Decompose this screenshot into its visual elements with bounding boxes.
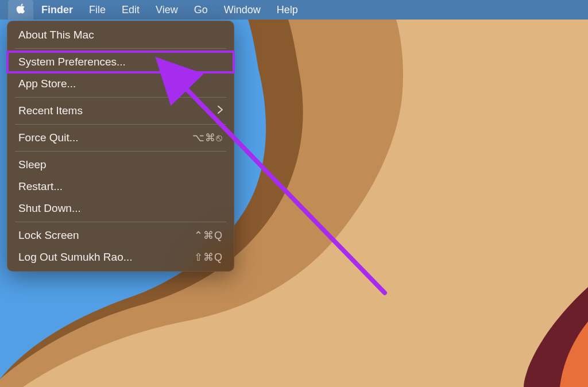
keyboard-shortcut: ⌥⌘⎋	[192, 131, 223, 144]
menubar-item-go[interactable]: Go	[186, 0, 216, 20]
keyboard-shortcut: ⌃⌘Q	[194, 229, 223, 242]
apple-logo-icon	[16, 3, 26, 17]
menu-item-label: Lock Screen	[18, 229, 79, 242]
menu-item-label: Force Quit...	[18, 131, 79, 144]
menu-item-system-preferences[interactable]: System Preferences...	[7, 51, 234, 73]
menu-separator	[15, 151, 226, 152]
menu-item-lock-screen[interactable]: Lock Screen ⌃⌘Q	[7, 225, 234, 246]
menu-separator	[15, 222, 226, 222]
menu-separator	[15, 124, 226, 125]
menu-item-restart[interactable]: Restart...	[7, 176, 234, 198]
menu-item-label: System Preferences...	[18, 56, 126, 68]
menu-item-sleep[interactable]: Sleep	[7, 154, 234, 176]
menu-item-label: Log Out Sumukh Rao...	[18, 251, 133, 264]
menu-item-label: App Store...	[18, 78, 76, 90]
menu-item-label: Shut Down...	[18, 202, 81, 215]
menu-item-label: About This Mac	[18, 29, 94, 41]
menu-item-label: Sleep	[18, 158, 47, 171]
menubar-item-help[interactable]: Help	[269, 0, 306, 20]
menubar: Finder File Edit View Go Window Help	[0, 0, 588, 20]
menu-item-label: Recent Items	[18, 105, 83, 117]
menubar-item-edit[interactable]: Edit	[114, 0, 148, 20]
menu-item-recent-items[interactable]: Recent Items	[7, 100, 234, 122]
menubar-item-window[interactable]: Window	[216, 0, 269, 20]
keyboard-shortcut: ⇧⌘Q	[194, 251, 223, 264]
menubar-item-file[interactable]: File	[81, 0, 114, 20]
menu-item-log-out[interactable]: Log Out Sumukh Rao... ⇧⌘Q	[7, 246, 234, 268]
menubar-app-name[interactable]: Finder	[33, 0, 81, 20]
menu-separator	[15, 97, 226, 98]
apple-menu-dropdown: About This Mac System Preferences... App…	[7, 21, 234, 272]
menu-item-label: Restart...	[18, 180, 63, 193]
menu-item-shutdown[interactable]: Shut Down...	[7, 198, 234, 219]
menu-item-force-quit[interactable]: Force Quit... ⌥⌘⎋	[7, 127, 234, 149]
chevron-right-icon	[218, 106, 223, 116]
menubar-item-view[interactable]: View	[148, 0, 186, 20]
menu-item-app-store[interactable]: App Store...	[7, 73, 234, 95]
menu-item-about-this-mac[interactable]: About This Mac	[7, 24, 234, 46]
apple-menu-button[interactable]	[8, 0, 33, 20]
menu-separator	[15, 48, 226, 49]
